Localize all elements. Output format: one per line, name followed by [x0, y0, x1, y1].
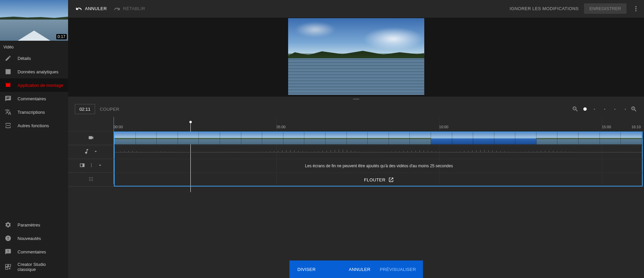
audio-track-header[interactable] [68, 145, 114, 159]
pencil-icon [5, 55, 11, 62]
redo-icon [114, 5, 120, 12]
chevron-down-icon[interactable] [93, 149, 98, 155]
sidebar-item-label: Creator Studio classique [18, 262, 63, 272]
cancel-button[interactable]: ANNULER [349, 267, 370, 272]
resize-handle[interactable] [68, 97, 644, 101]
video-thumbnail[interactable]: 0:17 [0, 0, 68, 41]
translate-icon [5, 109, 11, 115]
svg-point-13 [91, 180, 91, 181]
sidebar: 0:17 Vidéo Détails Données analytiques A… [0, 0, 68, 278]
sidebar-item-label: Application de montage [18, 83, 63, 88]
svg-point-1 [635, 8, 636, 9]
blur-icon [88, 176, 94, 183]
sidebar-item-label: Paramètres [18, 222, 40, 228]
sidebar-item-editor[interactable]: Application de montage [0, 78, 68, 92]
zoom-out-icon[interactable] [572, 106, 579, 112]
comments-icon [5, 95, 11, 102]
svg-point-0 [635, 6, 636, 7]
ruler-mark-label: 05:00 [276, 125, 286, 129]
blur-track-header [68, 173, 114, 186]
video-track-header [68, 132, 114, 145]
svg-point-10 [91, 179, 91, 179]
video-preview[interactable] [288, 18, 424, 95]
main-panel: ANNULER RÉTABLIR IGNORER LES MODIFICATIO… [68, 0, 644, 278]
video-icon [88, 135, 94, 142]
classic-icon [5, 264, 11, 270]
layers-icon [5, 122, 11, 129]
endscreen-icon [79, 162, 85, 170]
sidebar-item-label: Commentaires [18, 96, 46, 101]
app-root: 0:17 Vidéo Détails Données analytiques A… [0, 0, 644, 278]
undo-button[interactable]: ANNULER [75, 5, 107, 12]
ruler-mark-label: 16:10 [632, 125, 641, 129]
timecode-input[interactable]: 02:11 [75, 104, 95, 114]
time-ruler[interactable]: 00:00 05:00 10:00 15:00 16:10 [114, 125, 644, 131]
svg-point-12 [89, 180, 90, 181]
news-icon [5, 235, 11, 242]
sidebar-item-details[interactable]: Détails [0, 51, 68, 65]
feedback-icon [5, 248, 11, 255]
preview-button[interactable]: PRÉVISUALISER [380, 267, 416, 272]
music-icon [84, 148, 90, 156]
sidebar-item-label: Transcriptions [18, 110, 45, 115]
sidebar-item-comments[interactable]: Commentaires [0, 92, 68, 105]
open-external-icon [388, 177, 394, 183]
svg-point-7 [91, 177, 91, 178]
svg-point-9 [89, 179, 90, 179]
svg-point-11 [92, 179, 93, 179]
svg-point-6 [89, 177, 90, 178]
endscreen-track-header[interactable] [68, 159, 114, 173]
action-bar: DIVISER ANNULER PRÉVISUALISER [289, 260, 423, 278]
zoom-slider-thumb[interactable] [583, 107, 587, 111]
blur-link[interactable]: FLOUTER [114, 177, 644, 183]
editor-icon [5, 82, 11, 89]
sidebar-item-label: Nouveautés [18, 236, 41, 241]
sidebar-item-other[interactable]: Autres fonctions [0, 119, 68, 132]
sidebar-item-news[interactable]: Nouveautés [0, 232, 68, 245]
sidebar-item-label: Détails [18, 56, 31, 61]
blur-track[interactable]: FLOUTER [114, 173, 644, 186]
analytics-icon [5, 68, 11, 75]
sidebar-item-settings[interactable]: Paramètres [0, 218, 68, 232]
chevron-down-icon[interactable] [97, 163, 103, 169]
ruler-mark-label: 15:00 [602, 125, 611, 129]
redo-label: RÉTABLIR [123, 6, 145, 11]
video-track[interactable] [114, 132, 644, 145]
blur-label: FLOUTER [364, 177, 385, 182]
timeline: 00:00 05:00 10:00 15:00 16:10 [68, 117, 644, 187]
sidebar-item-analytics[interactable]: Données analytiques [0, 65, 68, 78]
save-button[interactable]: ENREGISTRER [584, 3, 626, 14]
more-vert-icon [633, 5, 639, 12]
audio-track[interactable] [114, 145, 644, 159]
topbar: ANNULER RÉTABLIR IGNORER LES MODIFICATIO… [68, 0, 644, 18]
preview-area [68, 18, 644, 97]
sidebar-item-feedback[interactable]: Commentaires [0, 245, 68, 258]
svg-point-5 [91, 166, 91, 167]
undo-label: ANNULER [85, 6, 107, 11]
sidebar-item-label: Commentaires [18, 249, 46, 254]
sidebar-item-transcriptions[interactable]: Transcriptions [0, 105, 68, 119]
discard-button[interactable]: IGNORER LES MODIFICATIONS [510, 6, 579, 11]
svg-point-3 [91, 163, 91, 164]
zoom-in-icon[interactable] [631, 106, 637, 112]
gear-icon [5, 221, 11, 228]
svg-point-8 [92, 177, 93, 178]
zoom-slider[interactable] [583, 108, 626, 110]
thumbnail-duration: 0:17 [56, 34, 67, 39]
svg-point-4 [91, 165, 91, 165]
split-button[interactable]: DIVISER [289, 267, 343, 272]
sidebar-item-classic[interactable]: Creator Studio classique [0, 258, 68, 275]
redo-button: RÉTABLIR [114, 5, 145, 12]
svg-point-2 [635, 10, 636, 11]
endscreen-info: Les écrans de fin ne peuvent être ajouté… [114, 164, 644, 168]
sidebar-section-label: Vidéo [0, 41, 68, 51]
cut-button[interactable]: COUPER [100, 107, 119, 112]
sidebar-item-label: Autres fonctions [18, 123, 49, 128]
more-vert-icon[interactable] [89, 163, 94, 169]
endscreen-track: Les écrans de fin ne peuvent être ajouté… [114, 159, 644, 173]
undo-icon [75, 5, 82, 12]
sidebar-item-label: Données analytiques [18, 69, 58, 74]
svg-point-14 [92, 180, 93, 181]
more-button[interactable] [632, 5, 640, 13]
ruler-mark-label: 00:00 [114, 125, 123, 129]
